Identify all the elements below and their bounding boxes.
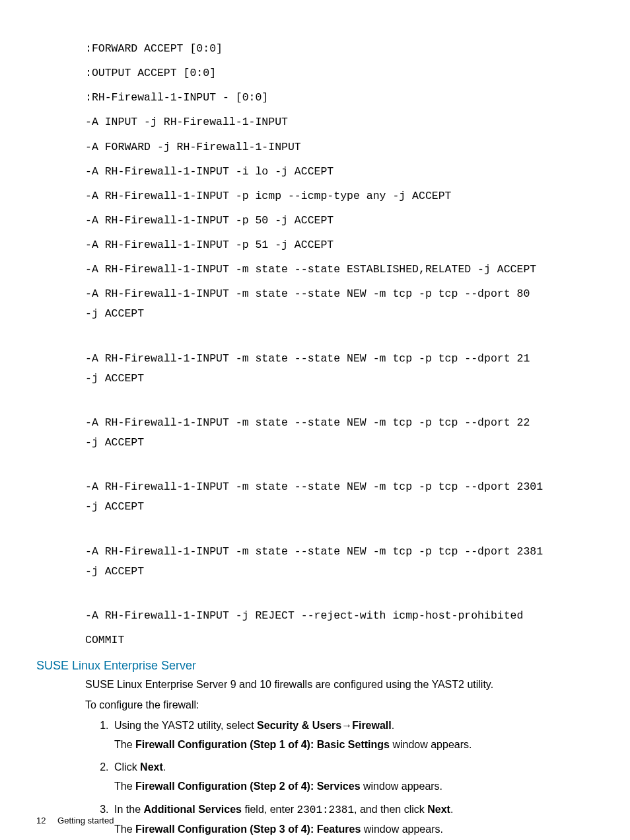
step-2: Click Next. The Firewall Configuration (… <box>112 759 594 795</box>
code-line: -A RH-Firewall-1-INPUT -p icmp --icmp-ty… <box>85 190 452 202</box>
code-line: -A RH-Firewall-1-INPUT -p 50 -j ACCEPT <box>85 214 333 227</box>
code-line: -j ACCEPT <box>85 564 594 579</box>
step-code: 2301:2381 <box>297 804 354 816</box>
step-bold: Next <box>140 761 163 773</box>
step-text: In the <box>114 804 143 815</box>
code-line: -j ACCEPT <box>85 371 594 386</box>
code-line: -A RH-Firewall-1-INPUT -i lo -j ACCEPT <box>85 165 333 178</box>
step-text: . <box>392 720 394 731</box>
step-text: , and then click <box>354 804 427 815</box>
step-bold: Firewall Configuration (Step 1 of 4): Ba… <box>135 739 390 750</box>
step-text: window appears. <box>361 781 443 792</box>
code-line: -A RH-Firewall-1-INPUT -p 51 -j ACCEPT <box>85 239 333 251</box>
step-3: In the Additional Services field, enter … <box>112 802 594 838</box>
step-bold: Firewall Configuration (Step 3 of 4): Fe… <box>135 823 361 835</box>
code-line: -A INPUT -j RH-Firewall-1-INPUT <box>85 116 288 128</box>
step-text: Click <box>114 761 140 773</box>
code-line: -A RH-Firewall-1-INPUT -m state --state … <box>85 287 530 300</box>
arrow-icon: → <box>341 720 352 731</box>
code-line: -A RH-Firewall-1-INPUT -m state --state … <box>85 263 536 276</box>
intro-text-1: SUSE Linux Enterprise Server 9 and 10 fi… <box>85 677 594 693</box>
step-bold: Firewall <box>352 720 392 731</box>
code-line: -A RH-Firewall-1-INPUT -m state --state … <box>85 416 530 429</box>
code-line: -j ACCEPT <box>85 435 594 450</box>
iptables-code-block: :FORWARD ACCEPT [0:0] :OUTPUT ACCEPT [0:… <box>85 36 594 652</box>
step-text: . <box>450 804 453 815</box>
code-line: -j ACCEPT <box>85 306 594 321</box>
page-footer: 12 Getting started <box>36 816 114 825</box>
code-line: -A RH-Firewall-1-INPUT -j REJECT --rejec… <box>85 609 523 622</box>
step-text: field, enter <box>242 804 297 815</box>
code-line: COMMIT <box>85 634 124 646</box>
code-line: -A RH-Firewall-1-INPUT -m state --state … <box>85 480 543 493</box>
intro-text-2: To configure the firewall: <box>85 697 594 714</box>
page-number: 12 <box>36 816 46 825</box>
step-bold: Additional Services <box>143 804 242 815</box>
section-heading-suse: SUSE Linux Enterprise Server <box>36 659 594 673</box>
step-text: The <box>114 781 135 792</box>
code-line: -A FORWARD -j RH-Firewall-1-INPUT <box>85 141 301 153</box>
step-bold: Firewall Configuration (Step 2 of 4): Se… <box>135 781 361 792</box>
step-bold: Security & Users <box>257 720 341 731</box>
code-line: :FORWARD ACCEPT [0:0] <box>85 42 223 55</box>
step-text: window appears. <box>361 823 443 835</box>
step-text: window appears. <box>390 739 472 750</box>
steps-list: Using the YAST2 utility, select Security… <box>85 718 594 840</box>
code-line: -A RH-Firewall-1-INPUT -m state --state … <box>85 352 530 365</box>
code-line: -j ACCEPT <box>85 499 594 514</box>
code-line: :RH-Firewall-1-INPUT - [0:0] <box>85 91 268 104</box>
step-1: Using the YAST2 utility, select Security… <box>112 718 594 753</box>
code-line: -A RH-Firewall-1-INPUT -m state --state … <box>85 545 543 558</box>
step-text: Using the YAST2 utility, select <box>114 720 257 731</box>
code-line: :OUTPUT ACCEPT [0:0] <box>85 67 216 79</box>
footer-section-title: Getting started <box>57 816 114 825</box>
step-text: The <box>114 823 135 835</box>
step-text: The <box>114 739 135 750</box>
step-text: . <box>163 761 166 773</box>
step-bold: Next <box>427 804 450 815</box>
